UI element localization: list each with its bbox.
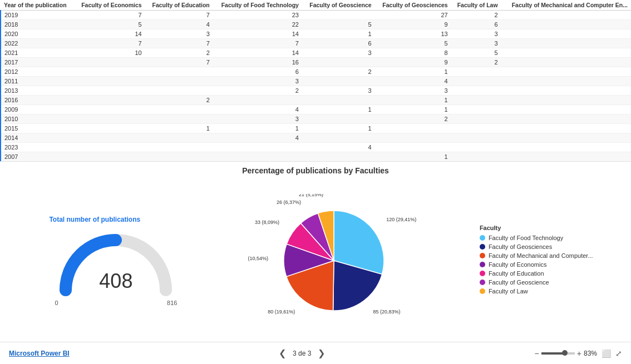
table-cell-education: 1 xyxy=(145,124,213,133)
table-cell-year: 2015 xyxy=(1,124,74,133)
table-cell-education: 2 xyxy=(145,96,213,105)
table-cell-education: 7 xyxy=(145,11,213,20)
legend-dot-0 xyxy=(480,235,485,241)
table-cell-food xyxy=(213,152,302,162)
table-cell-geosciences: 5 xyxy=(375,39,451,48)
legend-label-4: Faculty of Education xyxy=(489,270,544,277)
legend-dot-1 xyxy=(480,244,485,250)
table-cell-economics xyxy=(74,114,145,124)
pie-container: 120 (29,41%)85 (20,83%)80 (19,61%)43 (10… xyxy=(248,194,426,327)
table-cell-mech xyxy=(501,143,631,152)
table-cell-economics: 7 xyxy=(74,39,145,48)
table-cell-food: 7 xyxy=(213,39,302,48)
table-cell-law xyxy=(451,114,501,124)
col-header-year: Year of the publication xyxy=(1,0,74,11)
table-cell-year: 2022 xyxy=(1,39,74,48)
table-cell-economics xyxy=(74,77,145,86)
table-cell-year: 2019 xyxy=(1,11,74,20)
legend-items: Faculty of Food Technology Faculty of Ge… xyxy=(480,235,593,297)
gauge-max: 816 xyxy=(167,300,177,306)
bottom-center: ❮ 3 de 3 ❯ xyxy=(279,348,325,358)
table-cell-law: 3 xyxy=(451,29,501,39)
col-header-law: Faculty of Law xyxy=(451,0,501,11)
table-cell-geosciences: 27 xyxy=(375,11,451,20)
legend-dot-6 xyxy=(480,288,485,294)
bottom-right: − + 83% ⬜ ⤢ xyxy=(535,349,622,358)
table-cell-geosciences: 13 xyxy=(375,29,451,39)
zoom-in-button[interactable]: + xyxy=(577,349,581,358)
table-cell-mech xyxy=(501,48,631,58)
zoom-slider[interactable] xyxy=(541,352,575,355)
legend-item-2: Faculty of Mechanical and Computer... xyxy=(480,252,593,259)
legend-label-6: Faculty of Law xyxy=(489,288,528,295)
table-wrapper[interactable]: Year of the publication Faculty of Econo… xyxy=(0,0,631,161)
table-cell-mech xyxy=(501,133,631,143)
legend-label-5: Faculty of Geoscience xyxy=(489,279,549,286)
table-cell-food: 14 xyxy=(213,29,302,39)
table-cell-year: 2018 xyxy=(1,20,74,29)
table-cell-geosciences: 1 xyxy=(375,152,451,162)
table-cell-economics xyxy=(74,133,145,143)
next-page-button[interactable]: ❯ xyxy=(318,348,325,358)
page-info: 3 de 3 xyxy=(293,350,311,357)
table-cell-year: 2007 xyxy=(1,152,74,162)
table-cell-food: 6 xyxy=(213,67,302,77)
legend-item-5: Faculty of Geoscience xyxy=(480,279,593,286)
table-cell-food: 22 xyxy=(213,20,302,29)
table-cell-law xyxy=(451,86,501,96)
table-cell-law: 6 xyxy=(451,20,501,29)
table-cell-mech xyxy=(501,20,631,29)
table-cell-law xyxy=(451,124,501,133)
table-cell-education: 7 xyxy=(145,58,213,67)
table-cell-geosciences: 1 xyxy=(375,67,451,77)
pie-label-4: 33 (8,09%) xyxy=(255,220,279,225)
data-table: Year of the publication Faculty of Econo… xyxy=(0,0,631,161)
table-cell-year: 2011 xyxy=(1,77,74,86)
power-bi-link[interactable]: Microsoft Power BI xyxy=(9,350,70,357)
table-cell-geoscience: 2 xyxy=(302,67,375,77)
table-cell-geosciences xyxy=(375,133,451,143)
table-cell-geosciences: 2 xyxy=(375,114,451,124)
table-cell-food: 2 xyxy=(213,86,302,96)
prev-page-button[interactable]: ❮ xyxy=(279,348,286,358)
table-cell-education xyxy=(145,105,213,114)
pie-label-6: 21 (5,15%) xyxy=(299,194,323,197)
table-cell-economics xyxy=(74,86,145,96)
gauge-wrapper: 408 xyxy=(55,226,177,298)
table-cell-year: 2014 xyxy=(1,133,74,143)
zoom-out-button[interactable]: − xyxy=(535,349,539,358)
legend-container: Faculty Faculty of Food Technology Facul… xyxy=(480,225,593,297)
table-cell-food: 3 xyxy=(213,77,302,86)
table-cell-geoscience xyxy=(302,114,375,124)
pie-label-0: 120 (29,41%) xyxy=(386,217,416,222)
table-cell-mech xyxy=(501,152,631,162)
table-cell-education: 2 xyxy=(145,48,213,58)
fit-page-button[interactable]: ⬜ xyxy=(602,349,611,358)
table-cell-geosciences: 1 xyxy=(375,105,451,114)
table-cell-geosciences: 9 xyxy=(375,58,451,67)
table-cell-economics xyxy=(74,96,145,105)
table-cell-law xyxy=(451,143,501,152)
table-cell-year: 2020 xyxy=(1,29,74,39)
table-cell-food: 4 xyxy=(213,105,302,114)
table-cell-economics xyxy=(74,105,145,114)
table-cell-mech xyxy=(501,114,631,124)
legend-label-2: Faculty of Mechanical and Computer... xyxy=(489,252,593,259)
table-cell-education xyxy=(145,77,213,86)
table-cell-geoscience: 1 xyxy=(302,29,375,39)
table-cell-geosciences: 1 xyxy=(375,96,451,105)
table-cell-year: 2021 xyxy=(1,48,74,58)
table-cell-geosciences: 9 xyxy=(375,20,451,29)
table-cell-food xyxy=(213,96,302,105)
table-cell-year: 2013 xyxy=(1,86,74,96)
table-cell-education: 7 xyxy=(145,39,213,48)
fullscreen-button[interactable]: ⤢ xyxy=(615,349,622,358)
col-header-geosciences: Faculty of Geosciences xyxy=(375,0,451,11)
table-cell-economics: 5 xyxy=(74,20,145,29)
gauge-container: Total number of publications 408 0 816 xyxy=(38,216,194,306)
gauge-min: 0 xyxy=(55,300,58,306)
pie-label-5: 26 (6,37%) xyxy=(277,200,301,205)
table-cell-mech xyxy=(501,11,631,20)
table-cell-food: 14 xyxy=(213,48,302,58)
legend-label-1: Faculty of Geosciences xyxy=(489,243,552,250)
